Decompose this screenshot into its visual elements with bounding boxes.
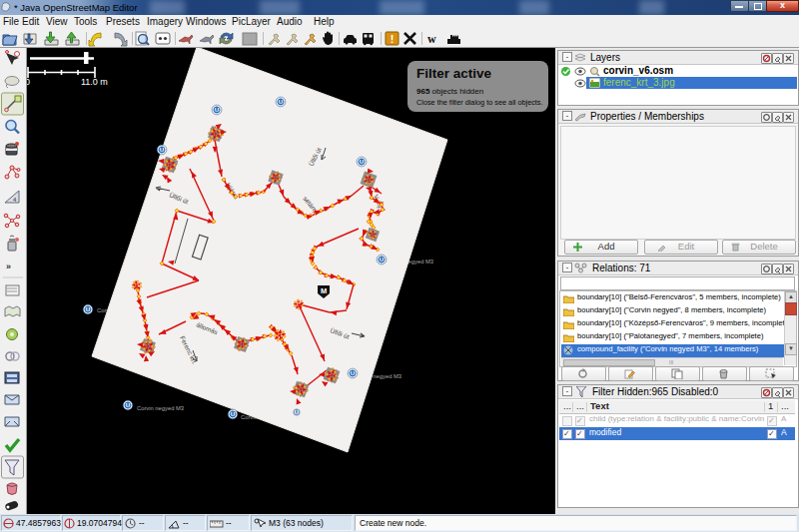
- svg-text:0: 0: [27, 77, 30, 87]
- svg-text:U: U: [380, 256, 385, 263]
- svg-text:11.0 m: 11.0 m: [81, 77, 108, 87]
- svg-text:U: U: [231, 410, 236, 417]
- svg-text:w: w: [427, 32, 436, 46]
- svg-text:U: U: [360, 158, 365, 165]
- svg-text:U: U: [215, 106, 220, 113]
- svg-text:Corvin negyed M3: Corvin negyed M3: [137, 405, 184, 411]
- svg-text:»: »: [6, 262, 11, 271]
- svg-text:U: U: [126, 401, 131, 408]
- svg-text:!: !: [391, 33, 395, 45]
- svg-text:U: U: [351, 369, 356, 376]
- svg-text:U: U: [279, 98, 284, 105]
- svg-text:U: U: [86, 305, 91, 312]
- svg-text:M: M: [321, 286, 327, 295]
- svg-text:U: U: [295, 408, 300, 415]
- svg-text:U: U: [160, 146, 165, 153]
